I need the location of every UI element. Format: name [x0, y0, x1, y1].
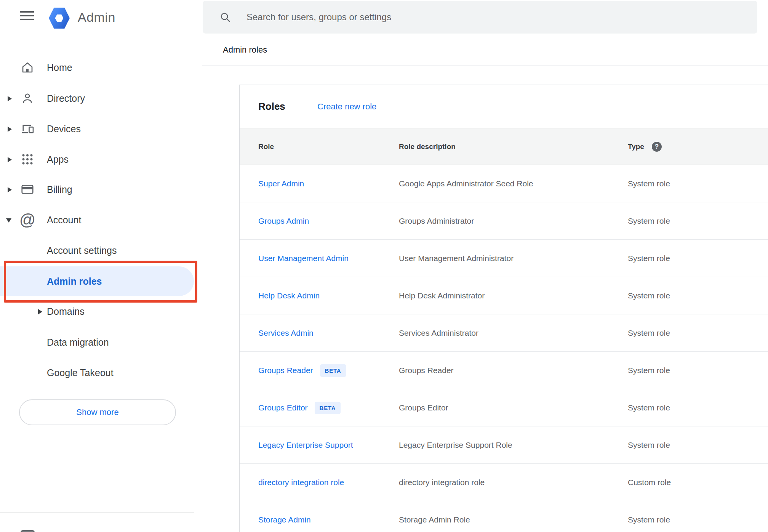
admin-logo-icon: [49, 8, 70, 29]
role-type: System role: [628, 202, 670, 240]
role-cell: Help Desk Admin: [258, 277, 320, 314]
role-cell: Groups Admin: [258, 202, 309, 240]
column-header-role: Role: [258, 128, 274, 165]
table-body: Super Admin Google Apps Administrator Se…: [240, 165, 768, 532]
sidebar-item-domains[interactable]: Domains: [0, 296, 195, 327]
search-icon: [219, 11, 231, 23]
sidebar-item-billing[interactable]: Billing: [0, 174, 195, 205]
table-row: Super Admin Google Apps Administrator Se…: [240, 165, 768, 202]
table-row: Groups Editor BETA Groups Editor System …: [240, 389, 768, 426]
role-link[interactable]: Services Admin: [258, 328, 314, 338]
role-description: Groups Reader: [399, 352, 454, 389]
truncated-footer-icon: [21, 530, 35, 532]
role-type: System role: [628, 426, 670, 464]
roles-card: Roles Create new role Role Role descript…: [239, 85, 768, 532]
beta-badge: BETA: [315, 402, 341, 414]
show-more-button[interactable]: Show more: [19, 399, 176, 425]
sidebar-item-devices[interactable]: Devices: [0, 114, 195, 144]
home-icon: [21, 61, 34, 74]
role-type: System role: [628, 501, 670, 532]
role-link[interactable]: Storage Admin: [258, 515, 311, 524]
role-description: Services Administrator: [399, 314, 478, 352]
sidebar-item-directory[interactable]: Directory: [0, 83, 195, 114]
breadcrumb: Admin roles: [223, 34, 267, 66]
expand-arrow-icon[interactable]: [8, 96, 12, 101]
beta-badge: BETA: [320, 364, 346, 377]
role-cell: User Management Admin: [258, 240, 349, 277]
role-link[interactable]: Legacy Enterprise Support: [258, 441, 353, 450]
role-description: User Management Administrator: [399, 240, 514, 277]
collapse-arrow-icon[interactable]: [6, 218, 11, 223]
table-row: Groups Admin Groups Administrator System…: [240, 202, 768, 240]
sidebar-divider: [0, 512, 194, 513]
table-row: Services Admin Services Administrator Sy…: [240, 314, 768, 352]
role-type: System role: [628, 165, 670, 202]
role-description: Google Apps Administrator Seed Role: [399, 165, 533, 202]
role-link[interactable]: directory integration role: [258, 478, 344, 487]
table-row: Groups Reader BETA Groups Reader System …: [240, 352, 768, 389]
table-header-row: Role Role description Type ?: [240, 128, 768, 165]
role-description: Legacy Enterprise Support Role: [399, 426, 512, 464]
role-description: Storage Admin Role: [399, 501, 470, 532]
role-type: System role: [628, 352, 670, 389]
apps-grid-icon: [21, 152, 34, 166]
devices-icon: [21, 122, 34, 136]
top-bar: Admin Search for users, groups or settin…: [0, 0, 768, 34]
role-link[interactable]: Help Desk Admin: [258, 291, 320, 300]
app-title: Admin: [78, 0, 115, 34]
expand-arrow-icon[interactable]: [8, 187, 12, 192]
role-cell: Storage Admin: [258, 501, 311, 532]
table-row: Help Desk Admin Help Desk Administrator …: [240, 277, 768, 314]
role-cell: Groups Editor BETA: [258, 389, 341, 426]
create-new-role-link[interactable]: Create new role: [317, 85, 376, 128]
role-cell: Services Admin: [258, 314, 314, 352]
google-admin-console: Admin Search for users, groups or settin…: [0, 0, 768, 532]
role-cell: Super Admin: [258, 165, 304, 202]
role-type: System role: [628, 314, 670, 352]
role-type: Custom role: [628, 464, 671, 501]
role-link[interactable]: User Management Admin: [258, 254, 349, 263]
table-row: directory integration role directory int…: [240, 464, 768, 501]
page-title: Roles: [258, 85, 285, 128]
help-icon[interactable]: ?: [652, 142, 662, 152]
role-description: Groups Editor: [399, 389, 448, 426]
search-input[interactable]: Search for users, groups or settings: [203, 1, 757, 34]
breadcrumb-divider: [202, 66, 768, 66]
role-cell: directory integration role: [258, 464, 344, 501]
table-row: User Management Admin User Management Ad…: [240, 240, 768, 277]
menu-icon[interactable]: [20, 11, 34, 20]
role-description: directory integration role: [399, 464, 485, 501]
sidebar-item-home[interactable]: Home: [0, 52, 195, 83]
role-description: Groups Administrator: [399, 202, 474, 240]
expand-arrow-icon[interactable]: [8, 127, 12, 132]
role-link[interactable]: Super Admin: [258, 179, 304, 188]
table-row: Legacy Enterprise Support Legacy Enterpr…: [240, 426, 768, 464]
role-description: Help Desk Administrator: [399, 277, 485, 314]
role-cell: Groups Reader BETA: [258, 352, 346, 389]
sidebar-item-data-migration[interactable]: Data migration: [0, 327, 195, 357]
column-header-type: Type ?: [628, 128, 662, 165]
role-link[interactable]: Groups Reader: [258, 366, 313, 375]
role-type: System role: [628, 277, 670, 314]
role-link[interactable]: Groups Admin: [258, 216, 309, 226]
role-cell: Legacy Enterprise Support: [258, 426, 353, 464]
sidebar-item-google-takeout[interactable]: Google Takeout: [0, 357, 195, 388]
sidebar-item-admin-roles[interactable]: Admin roles: [0, 266, 194, 296]
column-header-description: Role description: [399, 128, 456, 165]
credit-card-icon: [21, 183, 34, 196]
sidebar-item-account-settings[interactable]: Account settings: [0, 235, 195, 266]
table-row: Storage Admin Storage Admin Role System …: [240, 501, 768, 532]
search-placeholder: Search for users, groups or settings: [246, 12, 391, 22]
at-icon: @: [21, 213, 34, 227]
role-type: System role: [628, 240, 670, 277]
expand-arrow-icon[interactable]: [38, 309, 42, 314]
person-icon: [21, 91, 34, 105]
expand-arrow-icon[interactable]: [8, 157, 12, 162]
sidebar-item-apps[interactable]: Apps: [0, 144, 195, 175]
role-link[interactable]: Groups Editor: [258, 403, 308, 412]
role-type: System role: [628, 389, 670, 426]
sidebar-item-account[interactable]: @ Account: [0, 205, 195, 235]
